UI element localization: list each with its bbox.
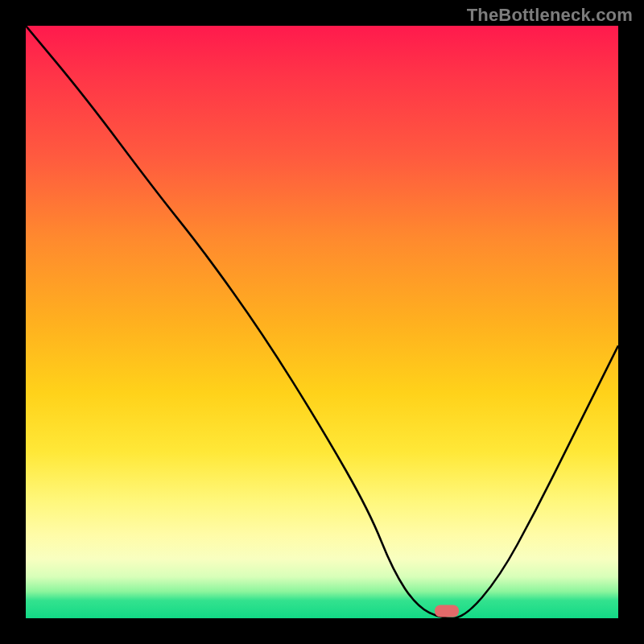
plot-area bbox=[26, 26, 618, 618]
bottleneck-curve-path bbox=[26, 26, 618, 618]
optimal-point-marker bbox=[435, 605, 459, 617]
curve-svg bbox=[26, 26, 618, 618]
chart-frame: TheBottleneck.com bbox=[0, 0, 644, 644]
watermark-text: TheBottleneck.com bbox=[467, 5, 633, 26]
